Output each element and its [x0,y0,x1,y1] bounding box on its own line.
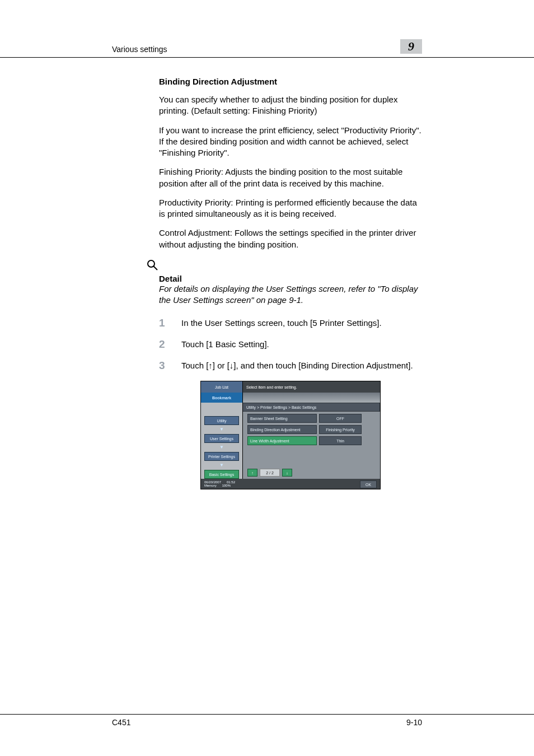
step-row: 1 In the User Settings screen, touch [5 … [159,317,422,329]
header-section: Various settings [112,45,167,54]
banner-sheet-setting-button[interactable]: Banner Sheet Setting [247,414,317,423]
step-row: 2 Touch [1 Basic Setting]. [159,338,422,351]
pager-indicator: 2 / 2 [260,469,280,477]
step-text: In the User Settings screen, touch [5 Pr… [181,317,382,329]
binding-direction-adjustment-value: Finishing Priority [319,425,362,434]
banner-sheet-setting-value: OFF [319,414,362,423]
ok-button[interactable]: OK [360,480,377,488]
page-down-button[interactable]: ↓ [282,469,292,477]
paragraph: Control Adjustment: Follows the settings… [159,227,422,250]
instruction-text: Select item and enter setting. [243,381,380,393]
sidebar-item-printer-settings[interactable]: Printer Settings [204,452,239,461]
magnifier-icon [146,258,422,272]
status-memory-value: 100% [222,484,231,487]
sidebar: Utility ▼ User Settings ▼ Printer Settin… [201,412,243,479]
embedded-screenshot: Job List Select item and enter setting. … [200,381,381,489]
chevron-down-icon: ▼ [219,427,224,432]
step-number: 2 [159,338,169,351]
svg-point-0 [148,260,154,267]
job-list-tab[interactable]: Job List [201,381,243,393]
step-number: 3 [159,360,169,372]
chapter-number: 9 [400,39,422,54]
sidebar-item-user-settings[interactable]: User Settings [204,434,239,443]
step-text: Touch [↑] or [↓], and then touch [Bindin… [181,360,413,372]
paragraph: Finishing Priority: Adjusts the binding … [159,166,422,189]
footer-model: C451 [112,718,130,727]
step-row: 3 Touch [↑] or [↓], and then touch [Bind… [159,360,422,372]
bookmark-tab[interactable]: Bookmark [201,393,243,403]
chevron-down-icon: ▼ [219,445,224,450]
paragraph: Productivity Priority: Printing is perfo… [159,197,422,220]
breadcrumb: Utility > Printer Settings > Basic Setti… [243,403,380,412]
status-memory-label: Memory [204,484,217,487]
chevron-down-icon: ▼ [219,463,224,468]
binding-direction-adjustment-button[interactable]: Binding Direction Adjustment [247,425,317,434]
detail-text: For details on displaying the User Setti… [159,283,422,306]
sidebar-item-basic-settings[interactable]: Basic Settings [204,470,239,479]
paragraph: If you want to increase the print effici… [159,125,422,159]
detail-label: Detail [159,274,422,283]
step-number: 1 [159,317,169,329]
status-bar: 06/20/2007 01:52 Memory 100% [201,480,235,487]
footer-page: 9-10 [406,718,422,727]
line-width-adjustment-value: Thin [319,436,362,445]
paragraph: You can specify whether to adjust the bi… [159,94,422,117]
line-width-adjustment-button[interactable]: Line Width Adjustment [247,436,317,445]
section-title: Binding Direction Adjustment [159,77,422,86]
svg-line-1 [154,266,158,270]
page-up-button[interactable]: ↑ [247,469,257,477]
sidebar-item-utility[interactable]: Utility [204,416,239,425]
step-text: Touch [1 Basic Setting]. [181,338,269,351]
